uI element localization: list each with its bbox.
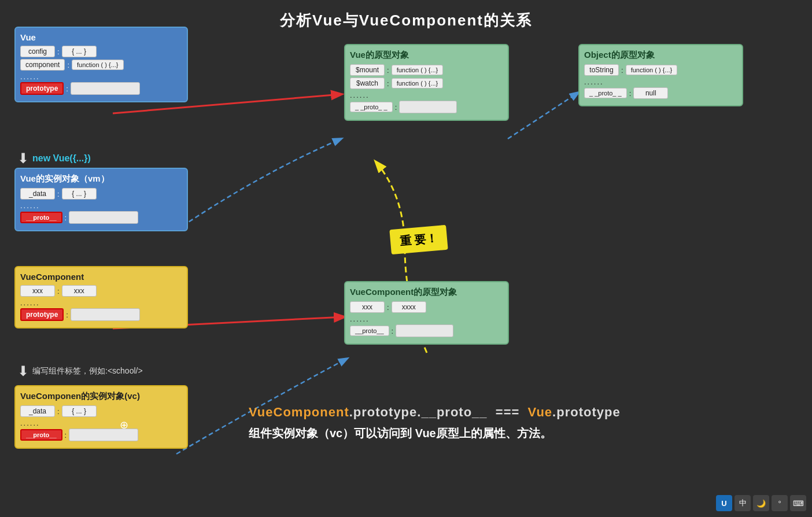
vcp-row-proto: __proto__ : bbox=[350, 324, 503, 337]
vm-row-data: _data : { ... } bbox=[20, 188, 182, 200]
vc-row-xxx: xxx : xxx bbox=[20, 285, 182, 297]
vuecomponent-title: VueComponent bbox=[20, 272, 182, 282]
vm-data-val: { ... } bbox=[62, 188, 97, 200]
vp-mount-val: function ( ) {...} bbox=[392, 65, 444, 75]
vci-row-proto: __proto__ : bbox=[20, 429, 182, 441]
vue-config-val: { ... } bbox=[62, 46, 97, 57]
op-proto-key: _ _proto_ _ bbox=[584, 88, 627, 98]
eq-dot1: . bbox=[349, 405, 353, 419]
vcp-proto-colon: : bbox=[392, 327, 394, 335]
vue-config-colon: : bbox=[57, 47, 60, 56]
eq-vue: Vue bbox=[528, 405, 553, 419]
vm-data-key: _data bbox=[20, 188, 55, 200]
eq-vuecomponent: VueComponent bbox=[249, 405, 349, 419]
taskbar-icon-u: U bbox=[716, 495, 732, 511]
vue-row-component: component : function ( ) {...} bbox=[20, 59, 182, 71]
vci-proto-key: __proto__ bbox=[20, 429, 62, 441]
equation-line2: 组件实例对象（vc）可以访问到 Vue原型上的属性、方法。 bbox=[249, 426, 621, 441]
svg-line-1 bbox=[508, 93, 578, 139]
cursor-icon: ⊕ bbox=[120, 419, 128, 431]
taskbar-icon-zh: 中 bbox=[735, 495, 751, 511]
op-proto-colon: : bbox=[629, 89, 632, 98]
op-tostring-val: function ( ) {...} bbox=[626, 65, 678, 75]
op-tostring-colon: : bbox=[621, 66, 623, 75]
vc-xxx-val: xxx bbox=[62, 285, 97, 297]
vm-proto-colon: : bbox=[65, 213, 67, 222]
vp-proto-val bbox=[399, 101, 457, 113]
vp-watch-val: function ( ) {...} bbox=[392, 78, 444, 88]
object-proto-title: Object的原型对象 bbox=[584, 50, 737, 61]
new-vue-arrow: ⬇ new Vue({...}) bbox=[17, 150, 91, 167]
equation-area: VueComponent.prototype.__proto__ === Vue… bbox=[249, 405, 621, 441]
vue-row-prototype: prototype : bbox=[20, 82, 182, 95]
vuecomponent-instance-box: VueComponen的实例对象(vc) _data : { ... } ...… bbox=[14, 385, 188, 449]
vp-dots: ...... bbox=[350, 91, 503, 99]
vm-dots: ...... bbox=[20, 201, 182, 210]
new-vue-label: new Vue({...}) bbox=[32, 153, 91, 164]
vci-row-data: _data : { ... } bbox=[20, 405, 182, 417]
vp-row-proto: _ _proto_ _ : bbox=[350, 101, 503, 113]
op-proto-val: null bbox=[633, 87, 668, 99]
vuecomp-proto-title: VueComponent的原型对象 bbox=[350, 287, 503, 298]
vci-data-val: { ... } bbox=[62, 405, 97, 417]
vp-proto-colon: : bbox=[395, 103, 397, 112]
vp-mount-key: $mount bbox=[350, 64, 385, 76]
vp-mount-colon: : bbox=[387, 66, 389, 75]
vcp-xxx-val: xxxx bbox=[392, 301, 426, 313]
op-tostring-key: toString bbox=[584, 64, 619, 76]
important-badge: 重 要！ bbox=[389, 225, 448, 254]
op-row-proto: _ _proto_ _ : null bbox=[584, 87, 737, 99]
vcp-xxx-colon: : bbox=[387, 303, 389, 312]
vp-row-mount: $mount : function ( ) {...} bbox=[350, 64, 503, 76]
vue-component-val: function ( ) {...} bbox=[72, 60, 124, 70]
vc-prototype-colon: : bbox=[66, 311, 68, 319]
vc-xxx-colon: : bbox=[57, 287, 60, 296]
vci-data-colon: : bbox=[57, 407, 60, 416]
vue-component-colon: : bbox=[67, 61, 69, 69]
eq-prototype: prototype. bbox=[353, 405, 422, 419]
write-component-label: 编写组件标签，例如:<school/> bbox=[32, 366, 143, 376]
vci-proto-colon: : bbox=[65, 431, 67, 440]
vp-watch-key: $watch bbox=[350, 77, 385, 89]
eq-proto2: __proto__ bbox=[421, 405, 487, 419]
eq-prototype2: prototype bbox=[556, 405, 620, 419]
equation-line1: VueComponent.prototype.__proto__ === Vue… bbox=[249, 405, 621, 420]
vue-prototype-val bbox=[71, 82, 140, 95]
vuecomponent-box: VueComponent xxx : xxx ...... prototype … bbox=[14, 266, 188, 328]
vue-dots1: ...... bbox=[20, 72, 182, 81]
vcp-proto-val bbox=[396, 324, 453, 337]
vp-proto-key: _ _proto_ _ bbox=[350, 102, 393, 112]
vc-xxx-key: xxx bbox=[20, 285, 55, 297]
vue-row-config: config : { ... } bbox=[20, 46, 182, 57]
vue-proto-title: Vue的原型对象 bbox=[350, 50, 503, 61]
vc-row-prototype: prototype : bbox=[20, 308, 182, 321]
vci-dots: ...... bbox=[20, 419, 182, 427]
vm-row-proto: __proto__ : bbox=[20, 211, 182, 224]
vc-dots: ...... bbox=[20, 298, 182, 307]
taskbar-icon-moon: 🌙 bbox=[753, 495, 769, 511]
taskbar-icon-degree: ° bbox=[772, 495, 788, 511]
taskbar-icon-keyboard: ⌨ bbox=[790, 495, 806, 511]
op-row-tostring: toString : function ( ) {...} bbox=[584, 64, 737, 76]
vc-instance-title: VueComponen的实例对象(vc) bbox=[20, 391, 182, 402]
vue-component-key: component bbox=[20, 59, 65, 71]
write-component-arrow: ⬇ 编写组件标签，例如:<school/> bbox=[17, 363, 143, 379]
taskbar-area: U 中 🌙 ° ⌨ bbox=[716, 495, 806, 511]
vm-proto-key: __proto__ bbox=[20, 212, 62, 223]
vue-instance-box: Vue的实例对象（vm） _data : { ... } ...... __pr… bbox=[14, 168, 188, 231]
vp-row-watch: $watch : function ( ) {...} bbox=[350, 77, 503, 89]
vm-proto-val bbox=[69, 211, 138, 224]
vuecomp-proto-box: VueComponent的原型对象 xxx : xxxx ...... __pr… bbox=[344, 281, 509, 345]
object-proto-box: Object的原型对象 toString : function ( ) {...… bbox=[578, 44, 743, 106]
vue-instance-title: Vue的实例对象（vm） bbox=[20, 173, 182, 184]
vcp-dots: ...... bbox=[350, 315, 503, 323]
op-dots: ...... bbox=[584, 77, 737, 86]
eq-spaces: === bbox=[488, 405, 528, 419]
vue-config-key: config bbox=[20, 46, 55, 57]
vue-box: Vue config : { ... } component : functio… bbox=[14, 27, 188, 102]
vm-data-colon: : bbox=[57, 190, 60, 198]
vcp-xxx-key: xxx bbox=[350, 301, 385, 313]
vc-prototype-key: prototype bbox=[20, 308, 64, 321]
vue-box-title: Vue bbox=[20, 32, 182, 42]
vue-proto-box: Vue的原型对象 $mount : function ( ) {...} $wa… bbox=[344, 44, 509, 121]
